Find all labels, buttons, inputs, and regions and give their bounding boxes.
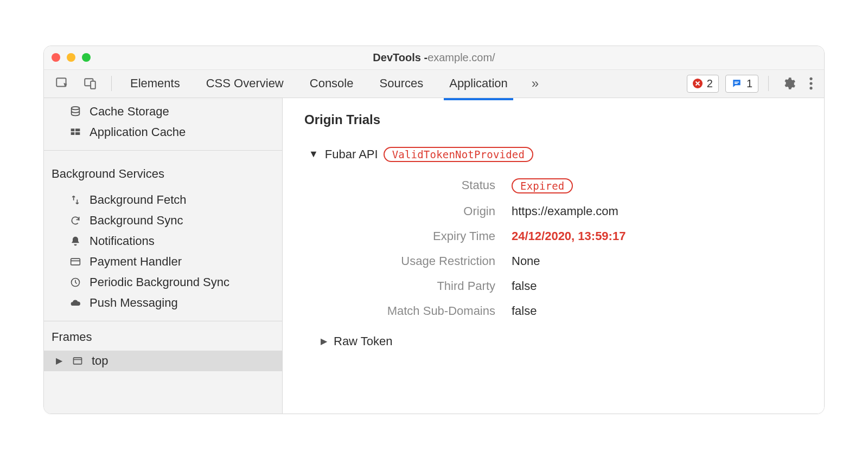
grid-icon bbox=[69, 127, 82, 138]
clock-icon bbox=[69, 277, 82, 288]
close-window-button[interactable] bbox=[52, 53, 60, 62]
sidebar-item-background-sync[interactable]: Background Sync bbox=[44, 210, 282, 231]
usage-restriction-label: Usage Restriction bbox=[343, 254, 495, 268]
sidebar-item-notifications[interactable]: Notifications bbox=[44, 231, 282, 251]
window-title-app: DevTools - bbox=[373, 51, 427, 64]
svg-rect-10 bbox=[75, 128, 80, 131]
origin-label: Origin bbox=[343, 204, 495, 218]
sidebar-heading-frames: Frames bbox=[44, 321, 282, 351]
sidebar-item-label: Background Fetch bbox=[90, 193, 187, 207]
svg-rect-12 bbox=[75, 132, 80, 135]
toolbar-divider bbox=[111, 76, 112, 91]
match-subdomains-value: false bbox=[512, 304, 802, 318]
third-party-value: false bbox=[512, 279, 802, 293]
page-title: Origin Trials bbox=[304, 112, 802, 127]
sidebar-item-label: top bbox=[92, 354, 108, 368]
tab-application[interactable]: Application bbox=[446, 71, 511, 96]
tab-css-overview[interactable]: CSS Overview bbox=[203, 71, 287, 96]
svg-rect-4 bbox=[735, 83, 738, 84]
sync-icon bbox=[69, 215, 82, 226]
application-sidebar: Cache Storage Application Cache Backgrou… bbox=[44, 98, 283, 413]
sidebar-item-push-messaging[interactable]: Push Messaging bbox=[44, 293, 282, 313]
sidebar-item-cache-storage[interactable]: Cache Storage bbox=[44, 101, 282, 122]
error-icon bbox=[693, 79, 703, 88]
match-subdomains-label: Match Sub-Domains bbox=[343, 304, 495, 318]
bell-icon bbox=[69, 236, 82, 247]
more-tabs-icon[interactable]: » bbox=[532, 76, 539, 91]
frame-icon bbox=[71, 355, 84, 366]
origin-trial-row[interactable]: ▼ Fubar API ValidTokenNotProvided bbox=[309, 147, 802, 162]
svg-point-8 bbox=[72, 106, 80, 109]
svg-rect-3 bbox=[735, 82, 739, 83]
sidebar-item-label: Notifications bbox=[90, 234, 155, 248]
settings-icon[interactable] bbox=[778, 74, 799, 93]
trial-details: Status Expired Origin https://example.co… bbox=[343, 178, 802, 318]
traffic-lights bbox=[52, 53, 91, 62]
card-icon bbox=[69, 256, 82, 267]
toolbar-right: 2 1 bbox=[687, 74, 816, 93]
svg-point-5 bbox=[809, 77, 812, 80]
window-title: DevTools - example.com/ bbox=[44, 51, 824, 64]
issues-chip[interactable]: 1 bbox=[725, 75, 758, 93]
sidebar-heading-background-services: Background Services bbox=[44, 155, 282, 190]
third-party-label: Third Party bbox=[343, 279, 495, 293]
cloud-icon bbox=[69, 298, 82, 308]
trial-error-badge: ValidTokenNotProvided bbox=[384, 147, 533, 162]
trial-name: Fubar API bbox=[325, 147, 378, 161]
sidebar-item-label: Background Sync bbox=[90, 214, 183, 228]
svg-rect-2 bbox=[91, 81, 95, 89]
toggle-device-toolbar-icon[interactable] bbox=[80, 74, 100, 93]
tab-console[interactable]: Console bbox=[307, 71, 357, 96]
raw-token-label: Raw Token bbox=[334, 334, 392, 348]
disclosure-triangle-icon[interactable]: ▶ bbox=[56, 355, 62, 366]
disclosure-triangle-icon[interactable]: ▶ bbox=[321, 336, 327, 346]
sidebar-item-application-cache[interactable]: Application Cache bbox=[44, 122, 282, 143]
svg-rect-13 bbox=[71, 258, 80, 265]
expiry-label: Expiry Time bbox=[343, 229, 495, 243]
sidebar-item-label: Application Cache bbox=[90, 125, 186, 139]
panel-tabs: Elements CSS Overview Console Sources Ap… bbox=[127, 71, 511, 96]
svg-rect-15 bbox=[74, 358, 82, 364]
svg-rect-11 bbox=[71, 132, 75, 135]
window-title-url: example.com/ bbox=[427, 51, 495, 64]
cache-group: Cache Storage Application Cache bbox=[44, 98, 282, 151]
issues-count: 1 bbox=[746, 77, 752, 90]
more-options-icon[interactable] bbox=[806, 74, 816, 93]
zoom-window-button[interactable] bbox=[82, 53, 91, 62]
inspect-element-icon[interactable] bbox=[52, 74, 72, 93]
panel-body: Cache Storage Application Cache Backgrou… bbox=[44, 98, 824, 413]
background-services-group: Background Services Background Fetch Bac… bbox=[44, 151, 282, 321]
tab-elements[interactable]: Elements bbox=[127, 71, 183, 96]
sidebar-item-label: Cache Storage bbox=[90, 105, 169, 119]
disclosure-triangle-icon[interactable]: ▼ bbox=[309, 148, 318, 160]
sidebar-item-label: Periodic Background Sync bbox=[90, 275, 229, 289]
database-icon bbox=[69, 106, 82, 118]
main-toolbar: Elements CSS Overview Console Sources Ap… bbox=[44, 70, 824, 98]
window-titlebar: DevTools - example.com/ bbox=[44, 46, 824, 70]
toolbar-divider bbox=[768, 76, 769, 91]
svg-point-6 bbox=[809, 82, 812, 85]
status-badge: Expired bbox=[512, 178, 573, 193]
frames-group: Frames ▶ top bbox=[44, 321, 282, 371]
svg-point-7 bbox=[809, 87, 812, 89]
tab-sources[interactable]: Sources bbox=[376, 71, 426, 96]
sidebar-item-periodic-background-sync[interactable]: Periodic Background Sync bbox=[44, 272, 282, 293]
sidebar-item-label: Payment Handler bbox=[90, 255, 182, 269]
sidebar-item-background-fetch[interactable]: Background Fetch bbox=[44, 190, 282, 210]
sidebar-item-label: Push Messaging bbox=[90, 296, 178, 310]
fetch-icon bbox=[69, 195, 82, 205]
sidebar-item-payment-handler[interactable]: Payment Handler bbox=[44, 251, 282, 272]
origin-value: https://example.com bbox=[512, 204, 802, 218]
expiry-value: 24/12/2020, 13:59:17 bbox=[512, 229, 802, 243]
origin-trials-pane: Origin Trials ▼ Fubar API ValidTokenNotP… bbox=[283, 98, 824, 413]
errors-count: 2 bbox=[707, 77, 713, 90]
usage-restriction-value: None bbox=[512, 254, 802, 268]
devtools-window: DevTools - example.com/ Elements CSS Ove… bbox=[43, 46, 825, 414]
sidebar-item-frame-top[interactable]: ▶ top bbox=[44, 351, 282, 371]
minimize-window-button[interactable] bbox=[67, 53, 75, 62]
raw-token-row[interactable]: ▶ Raw Token bbox=[321, 334, 802, 348]
status-label: Status bbox=[343, 178, 495, 193]
svg-rect-9 bbox=[71, 128, 75, 131]
issues-icon bbox=[731, 78, 742, 89]
errors-chip[interactable]: 2 bbox=[687, 75, 719, 93]
